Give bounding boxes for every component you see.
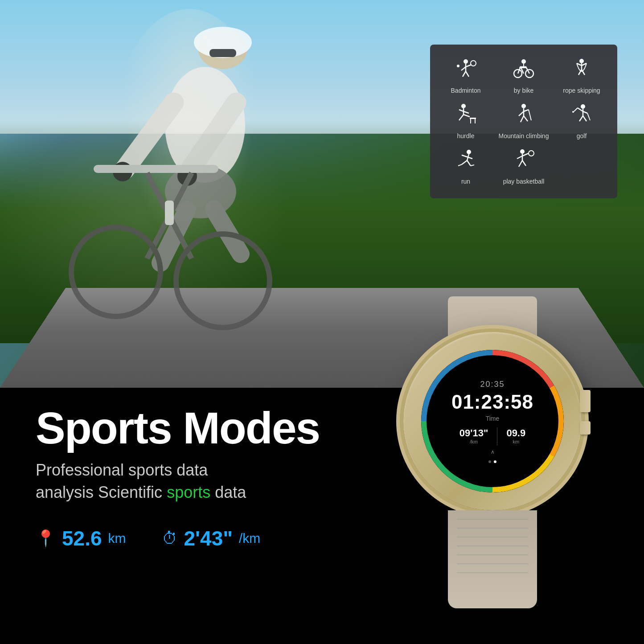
stat-pace: ⏱ 2'43" /km [162,526,261,550]
svg-point-62 [467,150,471,154]
svg-line-50 [521,116,524,122]
golf-label: golf [577,132,587,140]
run-icon [455,149,477,174]
sport-badminton: Badminton [439,58,492,94]
svg-line-49 [524,110,529,111]
svg-point-46 [521,104,526,108]
watch-time-label: Time [486,415,500,422]
svg-line-51 [524,116,528,121]
distance-unit: km [108,531,126,546]
pace-value: 2'43" [184,526,233,550]
hurdle-icon [455,103,477,129]
svg-point-27 [521,59,526,64]
badminton-icon [455,58,477,83]
rope-skipping-icon [570,58,593,83]
sport-bike: by bike [497,58,550,94]
watch-time-big: 01:23:58 [451,391,533,413]
svg-line-68 [471,165,474,166]
mountain-climbing-icon [513,103,535,129]
svg-line-23 [466,71,469,77]
watch-stats: 09'13" /km 09.9 km [459,427,525,445]
svg-line-64 [462,155,467,157]
svg-line-20 [466,65,472,67]
distance-value: 52.6 [62,526,102,550]
svg-line-67 [467,160,471,166]
watch-case: 20:35 01:23:58 Time 09'13" /km 09.9 km [403,332,582,510]
band-bottom [448,510,537,608]
smartwatch: 20:35 01:23:58 Time 09'13" /km 09.9 km [377,332,608,608]
location-icon: 📍 [36,529,56,548]
watch-dot-1 [488,460,491,463]
bike-label: by bike [514,87,533,94]
golf-icon [570,103,593,129]
sport-golf: golf [555,103,608,140]
sports-panel: Badminton by bike [430,45,617,198]
rope-skipping-label: rope skipping [563,87,600,94]
svg-point-24 [457,65,459,67]
svg-line-57 [574,108,578,111]
mountain-climbing-label: Mountain climbing [499,132,549,140]
watch-pace-value: 09'13" [459,427,488,439]
svg-line-58 [579,116,583,121]
svg-line-19 [461,67,466,70]
svg-rect-11 [94,165,218,173]
watch-pace-unit: /km [470,439,478,444]
subtitle-part2: analysis Scientific [36,483,167,501]
subtitle-part3: data [210,483,246,501]
basketball-label: play basketball [503,178,545,185]
svg-line-39 [459,110,464,111]
sport-hurdle: hurdle [439,103,492,140]
run-label: run [461,178,470,185]
subtitle-part1: Professional sports data [36,461,208,479]
svg-line-73 [522,153,529,156]
watch-dist-value: 09.9 [506,427,525,439]
svg-point-53 [581,104,585,109]
watch-dots [488,460,496,463]
svg-line-42 [464,115,470,117]
watch-screen: 20:35 01:23:58 Time 09'13" /km 09.9 km [421,350,564,492]
watch-stat-pace: 09'13" /km [459,427,488,445]
watch-display: 20:35 01:23:58 Time 09'13" /km 09.9 km [427,355,558,487]
stat-distance: 📍 52.6 km [36,526,126,550]
svg-line-48 [519,111,524,116]
svg-point-76 [529,151,534,156]
svg-point-61 [572,111,574,113]
svg-rect-43 [470,118,476,119]
basketball-icon [513,149,535,174]
cyclist-figure [36,13,392,348]
svg-rect-16 [165,201,174,225]
svg-point-37 [461,104,466,108]
background-photo: Badminton by bike [0,0,644,388]
pace-unit: /km [239,531,260,546]
watch-dist-unit: km [513,439,519,444]
svg-line-72 [517,156,522,159]
svg-point-14 [71,227,160,316]
svg-point-21 [471,61,476,66]
svg-line-56 [583,111,587,113]
watch-stat-divider [497,427,497,445]
svg-line-41 [459,115,464,120]
watch-time-small: 20:35 [480,380,505,389]
svg-point-70 [520,149,525,154]
watch-stat-distance: 09.9 km [506,427,525,445]
svg-rect-2 [209,49,236,57]
sport-run: run [439,149,492,185]
subtitle-green: sports [167,483,210,501]
sport-mountain-climbing: Mountain climbing [497,103,550,140]
svg-line-60 [587,113,590,120]
badminton-label: Badminton [451,87,481,94]
svg-point-31 [579,59,584,63]
crown-button-2[interactable] [580,421,591,435]
crown-button-1[interactable] [580,390,591,412]
svg-line-40 [464,111,469,113]
svg-line-66 [462,160,467,164]
watch-chevron: ∧ [491,449,495,455]
svg-line-74 [519,160,522,167]
svg-line-59 [583,116,587,121]
timer-icon: ⏱ [162,529,178,548]
hurdle-label: hurdle [457,132,475,140]
svg-point-17 [464,59,468,64]
svg-point-15 [176,234,270,328]
watch-dot-2 [494,460,496,463]
bike-icon [513,58,535,83]
